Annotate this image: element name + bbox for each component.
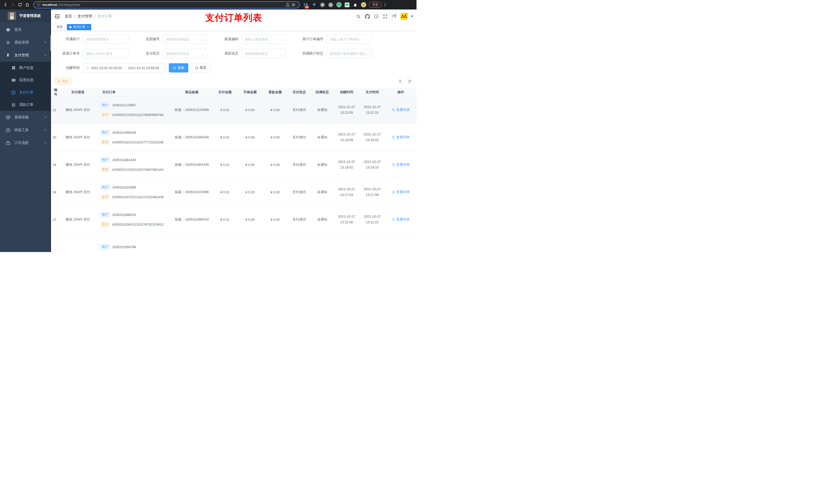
refresh-button[interactable]	[406, 78, 413, 85]
field-merchant-order-no: 商户订单编号	[292, 34, 372, 44]
sidebar-item-system[interactable]: 系统管理	[0, 36, 51, 49]
pay-tag: 支付	[100, 112, 110, 118]
merchant-order-no-input[interactable]	[326, 34, 372, 44]
ext-puzzle-icon[interactable]	[353, 2, 358, 8]
reset-button[interactable]: 重置	[191, 63, 210, 72]
sidebar-scrollbar[interactable]	[50, 35, 51, 51]
shop-icon	[11, 66, 16, 70]
sidebar-item-app-info[interactable]: 应用信息	[0, 74, 51, 86]
merchant-input[interactable]	[83, 34, 128, 44]
browser-menu-icon[interactable]: ⋮	[383, 3, 387, 7]
sidebar-item-label: 系统管理	[14, 40, 44, 45]
channel-code-select[interactable]	[241, 34, 286, 44]
reload-icon[interactable]	[16, 1, 24, 8]
create-time-cell: 2021-10-2713:17:03	[334, 187, 359, 198]
pay-time-cell: 2021-10-2713:11:15	[359, 214, 385, 225]
app-id-select[interactable]	[163, 34, 207, 44]
pay-amount-cell: ¥ 0.01	[212, 163, 237, 167]
pay-time-cell: 2021-10-2713:17:08	[359, 187, 385, 198]
view-detail-link[interactable]: 查看详情	[392, 190, 410, 194]
tag-close-icon[interactable]: ×	[87, 26, 89, 28]
sidebar-item-refund-order[interactable]: 退款订单	[0, 99, 51, 111]
channel-order-no-input[interactable]	[83, 49, 128, 58]
sidebar-item-workflow[interactable]: 工作流程	[0, 137, 51, 149]
refund-status-select[interactable]	[241, 49, 286, 58]
sidebar-item-label: 研发工具	[14, 128, 44, 133]
document-icon	[11, 103, 16, 107]
breadcrumb-home[interactable]: 首页	[65, 14, 72, 19]
sidebar-item-infra[interactable]: 基础设施	[0, 111, 51, 124]
font-size-icon[interactable]: TT	[391, 14, 397, 19]
tag-dot	[69, 26, 71, 28]
search-form: 所属商户 应用编号 渠道编码	[51, 34, 416, 72]
sidebar-fold-icon[interactable]	[54, 14, 60, 19]
sidebar-item-merchant-info[interactable]: 商户信息	[0, 62, 51, 74]
date-end: 2021-10-31 23:59:59	[128, 66, 159, 70]
search-icon[interactable]	[356, 14, 361, 19]
avatar[interactable]	[400, 13, 407, 20]
fullscreen-icon[interactable]	[382, 14, 388, 19]
tags-view: 首页 支付订单 ×	[51, 23, 416, 31]
pay-order-cell: 商户1635311468233支付42000011942021102767521…	[97, 212, 171, 227]
pay-status-select[interactable]	[163, 49, 207, 58]
tag-pay-order[interactable]: 支付订单 ×	[67, 24, 91, 30]
merchant-tag: 商户	[100, 129, 110, 135]
ext-command-icon[interactable]: ⌘	[320, 2, 325, 8]
view-detail-link[interactable]: 查看详情	[392, 107, 410, 112]
ext-kite-icon[interactable]	[311, 2, 317, 8]
sidebar-item-home[interactable]: 首页	[0, 23, 51, 36]
ext-emoji-icon[interactable]	[361, 2, 366, 8]
col-pay-time: 支付时间	[359, 90, 385, 95]
product-title-cell: 标题：1635312124656	[171, 107, 212, 112]
yen-icon: ¥	[6, 53, 10, 57]
ext-diamond-icon[interactable]: 10	[303, 2, 309, 8]
breadcrumb-pay-mgmt[interactable]: 支付管理	[78, 14, 92, 19]
col-refund: 退款金额	[263, 90, 288, 95]
sidebar-item-pay-order[interactable]: ¥ 支付订单	[0, 86, 51, 99]
avatar-caret-icon[interactable]	[411, 16, 413, 17]
refund-amount-cell: ¥ 0.00	[263, 163, 288, 167]
search-button[interactable]: 搜索	[169, 63, 188, 72]
product-title-cell: 标题：1635311468233	[171, 217, 212, 222]
site-info-icon[interactable]	[37, 3, 41, 7]
pay-amount-cell: ¥ 0.01	[212, 136, 237, 139]
sidebar-item-payment[interactable]: ¥ 支付管理	[0, 49, 51, 62]
notify-status-cell: 未通知	[311, 190, 334, 194]
toggle-search-button[interactable]	[397, 78, 403, 85]
sidebar-item-devtools[interactable]: 研发工具	[0, 124, 51, 137]
logo-row[interactable]: 芋道管理系统	[0, 9, 51, 22]
field-label: 渠道订单号	[54, 51, 83, 56]
pay-order-no: 4200001174202110278060590766	[112, 113, 164, 117]
home-icon[interactable]	[24, 1, 31, 8]
view-detail-link[interactable]: 查看详情	[392, 162, 410, 167]
notify-status-cell: 未通知	[311, 162, 334, 167]
col-create-time: 创建时间	[334, 90, 359, 95]
address-bar[interactable]: localhost:1024/pay/order	[33, 1, 300, 8]
export-button[interactable]: 导出	[54, 78, 71, 85]
ext-chat-icon[interactable]	[344, 2, 350, 8]
merchant-order-no: 1635311823086	[112, 186, 136, 189]
github-icon[interactable]	[364, 14, 370, 19]
view-detail-link[interactable]: 查看详情	[392, 135, 410, 140]
notify-status-select[interactable]	[326, 49, 372, 58]
field-label: 支付状态	[135, 51, 163, 56]
ext-y-icon[interactable]: y	[336, 2, 342, 8]
view-detail-link[interactable]: 查看详情	[392, 217, 410, 222]
forward-icon[interactable]	[9, 1, 16, 8]
pay-order-cell: 商户1635311949168支付42000011812021102777232…	[97, 129, 171, 145]
ext-record-icon[interactable]	[328, 2, 334, 8]
pay-order-cell: 商户1635311881440支付42000011732021102728479…	[97, 157, 171, 172]
back-icon[interactable]	[2, 1, 9, 8]
share-icon[interactable]	[285, 1, 290, 8]
bookmark-star-icon[interactable]	[290, 1, 296, 8]
pay-order-cell: 商户1635311823086支付42000011672021102710224…	[97, 184, 171, 200]
help-icon[interactable]: ?	[374, 14, 379, 19]
col-channel: 支付渠道	[59, 90, 97, 95]
update-button[interactable]: 更新	[369, 2, 382, 8]
tag-home[interactable]: 首页	[54, 24, 65, 30]
sidebar-item-label: 支付订单	[19, 90, 33, 95]
payment-submenu: 商户信息 应用信息 ¥ 支付订单	[0, 62, 51, 111]
extensions-strip: 10 ⌘ y	[303, 2, 366, 8]
pay-status-cell: 支付成功	[288, 107, 311, 112]
create-time-range-input[interactable]: 2021-10-01 00:00:00 - 2021-10-31 23:59:5…	[83, 63, 165, 72]
